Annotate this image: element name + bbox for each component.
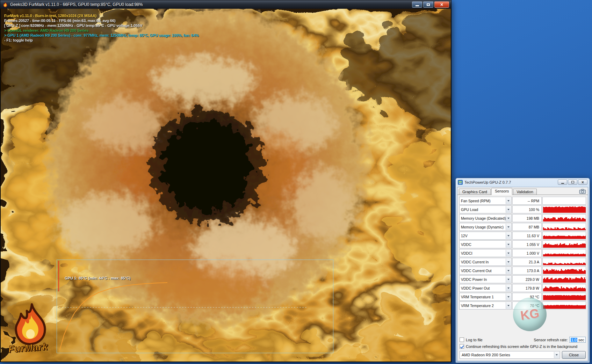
furmark-titlebar[interactable]: Geeks3D FurMark v1.11.0 - 66FPS, GPU0 te… — [0, 0, 451, 9]
desktop: Geeks3D FurMark v1.11.0 - 66FPS, GPU0 te… — [0, 0, 592, 364]
device-select[interactable]: AMD Radeon R9 200 Series — [460, 351, 560, 359]
sensor-value: 100 % — [512, 205, 542, 213]
screenshot-camera-icon[interactable] — [579, 189, 586, 194]
sensor-graph — [542, 267, 586, 275]
minimize-button[interactable] — [412, 1, 422, 8]
sensor-name-combo[interactable]: 12V — [459, 232, 512, 240]
sensor-name-label: VDDC Current In — [461, 260, 489, 264]
gpuz-body: Graphics CardSensorsValidation Fan Speed… — [457, 187, 588, 361]
chevron-down-icon — [506, 302, 511, 309]
flame-icon — [11, 303, 50, 345]
sensor-row: VDDC Power In229.0 W — [459, 275, 586, 283]
furmark-window-title: Geeks3D FurMark v1.11.0 - 66FPS, GPU0 te… — [10, 2, 410, 7]
close-button[interactable]: Close — [562, 351, 586, 359]
gpuz-titlebar[interactable]: TechPowerUp GPU-Z 0.7.7 × — [456, 178, 590, 186]
temperature-graph: GPU 1: 85°C (min: 44°C - max: 85°C) — [57, 260, 333, 353]
sensor-name-combo[interactable]: VDDC Current In — [459, 258, 512, 266]
sensor-row: Memory Usage (Dynamic)87 MB — [459, 223, 586, 231]
osd-line: - F1: toggle help — [4, 38, 199, 43]
sensor-value: 87 MB — [512, 223, 542, 231]
minimize-icon — [561, 183, 564, 184]
sensor-value: 1.000 V — [512, 249, 542, 257]
sensor-row: Memory Usage (Dedicated)198 MB — [459, 214, 586, 222]
sensor-rows: Fan Speed (RPM)-- RPMGPU Load100 %Memory… — [457, 195, 588, 310]
sensor-graph — [542, 284, 586, 292]
checkbox-unchecked-icon — [460, 337, 464, 342]
sensor-name-combo[interactable]: VDDCI — [459, 249, 512, 257]
sensor-name-combo[interactable]: VDDC — [459, 240, 512, 248]
tab-graphics-card[interactable]: Graphics Card — [459, 189, 491, 195]
sensor-value: 229.0 W — [512, 275, 542, 283]
sensor-row: GPU Load100 % — [459, 205, 586, 213]
sensor-name-label: VDDC — [461, 242, 471, 247]
sensor-row: VDDC Current In21.3 A — [459, 258, 586, 266]
furmark-window: Geeks3D FurMark v1.11.0 - 66FPS, GPU0 te… — [0, 0, 452, 362]
sensor-graph — [542, 240, 586, 248]
sensor-name-combo[interactable]: VDDC Power Out — [459, 284, 512, 292]
sensor-graph — [542, 275, 586, 283]
sensor-name-combo[interactable]: Fan Speed (RPM) — [459, 197, 512, 205]
osd-line: [ GPU-Z ] core:920MHz - mem:1250MHz - GP… — [4, 23, 199, 28]
sensor-graph — [542, 197, 586, 205]
refresh-rate-label: Sensor refresh rate: — [534, 338, 568, 342]
sensor-name-label: VRM Temperature 1 — [461, 295, 494, 299]
sensor-graph — [542, 232, 586, 240]
sensor-graph — [542, 301, 586, 310]
maximize-button[interactable] — [568, 180, 577, 185]
sensor-row: Fan Speed (RPM)-- RPM — [459, 197, 586, 205]
device-select-value: AMD Radeon R9 200 Series — [462, 353, 510, 357]
chevron-down-icon — [506, 259, 511, 265]
sensor-graph — [542, 214, 586, 222]
continue-refreshing-checkbox[interactable]: Continue refreshing this screen while GP… — [460, 344, 577, 349]
sensor-graph — [542, 205, 586, 213]
sensor-name-label: Memory Usage (Dedicated) — [461, 216, 506, 220]
close-window-button[interactable]: × — [578, 180, 587, 185]
sensor-name-label: VDDC Power In — [461, 277, 487, 282]
checkbox-checked-icon — [460, 344, 464, 349]
sensor-graph — [542, 249, 586, 257]
sensor-value: 179.8 W — [512, 284, 542, 292]
furmark-app-icon — [2, 2, 8, 7]
sensor-value: 11.63 V — [512, 232, 542, 240]
kitguru-watermark: KG — [513, 298, 547, 331]
minimize-button[interactable] — [558, 180, 567, 185]
sensor-name-combo[interactable]: Memory Usage (Dedicated) — [459, 214, 512, 222]
watermark-text: KG — [519, 306, 540, 323]
sensor-name-label: VRM Temperature 2 — [461, 304, 494, 308]
refresh-rate-value: 1.0 — [571, 338, 577, 342]
close-icon: × — [440, 2, 443, 7]
sensor-value: -- RPM — [512, 197, 542, 205]
chevron-down-icon — [506, 224, 511, 230]
osd: FurMark v1.11.0 - Burn-in test, 1280x102… — [4, 13, 199, 43]
sensor-name-combo[interactable]: VRM Temperature 2 — [459, 301, 512, 310]
chevron-down-icon — [506, 215, 511, 221]
sensor-row: VDDC Power Out179.8 W — [459, 284, 586, 292]
temp-curve — [60, 283, 167, 350]
tab-validation[interactable]: Validation — [513, 189, 537, 195]
sensor-name-combo[interactable]: GPU Load — [459, 205, 512, 213]
furmark-logo-text: FurMark — [8, 341, 48, 355]
chevron-down-icon — [506, 197, 511, 204]
sensor-name-label: Fan Speed (RPM) — [461, 199, 491, 203]
refresh-rate-input[interactable]: 1.0 sec — [569, 337, 586, 343]
sensor-name-label: 12V — [461, 234, 468, 238]
maximize-button[interactable] — [423, 1, 433, 8]
sensor-value: 198 MB — [512, 214, 542, 222]
log-to-file-label: Log to file — [466, 338, 483, 342]
sensor-name-combo[interactable]: VDDC Power In — [459, 275, 512, 283]
sensor-graph — [542, 223, 586, 231]
furmark-logo: FurMark — [8, 303, 64, 362]
tab-sensors[interactable]: Sensors — [491, 188, 512, 195]
sensor-name-label: VDDC Current Out — [461, 269, 492, 273]
chevron-down-icon — [506, 293, 511, 300]
sensor-name-combo[interactable]: VDDC Current Out — [459, 267, 512, 275]
log-to-file-checkbox[interactable]: Log to file — [460, 337, 483, 342]
sensor-row: VDDC Current Out173.0 A — [459, 267, 586, 275]
sensor-name-label: GPU Load — [461, 208, 478, 212]
close-window-button[interactable]: × — [434, 1, 449, 8]
sensor-name-combo[interactable]: Memory Usage (Dynamic) — [459, 223, 512, 231]
gpuz-app-icon — [458, 180, 463, 185]
sensor-name-combo[interactable]: VRM Temperature 1 — [459, 293, 512, 301]
gpuz-tabs: Graphics CardSensorsValidation — [457, 187, 588, 195]
osd-line: FurMark v1.11.0 - Burn-in test, 1280x102… — [4, 13, 199, 18]
